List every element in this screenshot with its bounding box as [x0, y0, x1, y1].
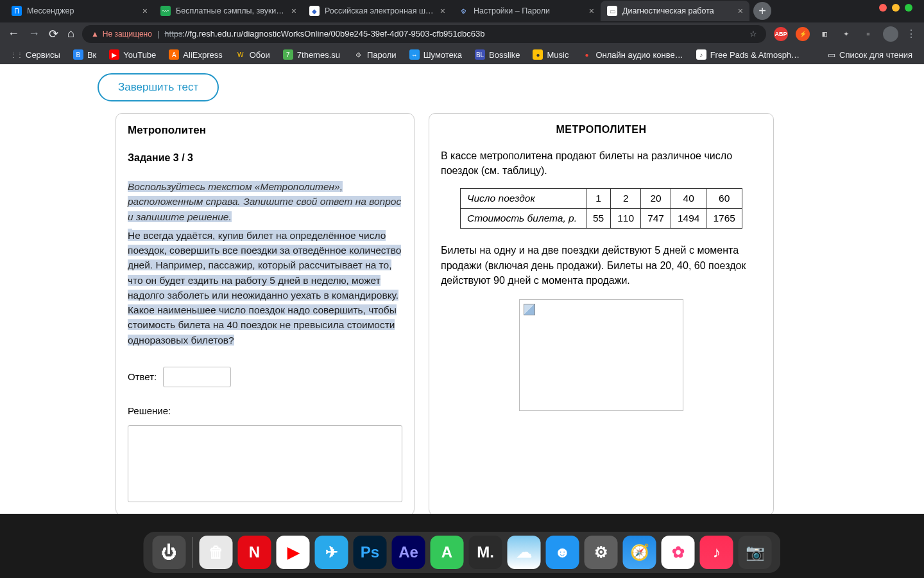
tab-close-icon[interactable]: ×: [440, 6, 445, 16]
dock-app-icon[interactable]: N: [238, 536, 271, 569]
dock-app-icon[interactable]: ✿: [662, 536, 695, 569]
dock-app-icon[interactable]: ☁: [508, 536, 541, 569]
extension-icon[interactable]: ✦: [839, 27, 853, 41]
bookmark-label: Free Pads & Atmosph…: [710, 50, 800, 60]
tab-close-icon[interactable]: ×: [142, 6, 148, 16]
bookmark-item[interactable]: 77themes.su: [278, 47, 345, 62]
browser-tab[interactable]: ▭Диагностическая работа×: [601, 1, 749, 21]
bookmark-favicon: 7: [283, 49, 293, 60]
dock-app-icon[interactable]: 📷: [739, 536, 772, 569]
home-button[interactable]: ⌂: [67, 27, 74, 40]
solution-textarea[interactable]: [128, 425, 402, 502]
dock-app-icon[interactable]: А: [431, 536, 464, 569]
bookmark-item[interactable]: AAliExpress: [164, 47, 227, 62]
traffic-max-icon[interactable]: [905, 4, 912, 12]
tab-favicon: П: [12, 6, 22, 16]
dock-app-icon[interactable]: M.: [469, 536, 502, 569]
dock-app-icon[interactable]: ♪: [700, 536, 733, 569]
bookmark-favicon: B: [73, 49, 83, 60]
bookmark-favicon: ▶: [109, 49, 119, 60]
dock-app-icon[interactable]: ⚙: [585, 536, 618, 569]
tab-favicon: ◆: [309, 6, 320, 16]
bookmark-favicon: ●: [533, 49, 543, 60]
dock-app-icon[interactable]: ⏻: [153, 536, 186, 569]
tab-favicon: ▭: [607, 6, 617, 16]
bookmark-item[interactable]: BLBosslike: [470, 47, 525, 62]
kebab-menu-icon[interactable]: ⋮: [906, 28, 916, 40]
dock-app-icon[interactable]: ☻: [546, 536, 579, 569]
bookmark-item[interactable]: WОбои: [230, 47, 275, 62]
browser-tab[interactable]: ⚙Настройки – Пароли×: [452, 1, 601, 21]
reference-title: МЕТРОПОЛИТЕН: [441, 124, 762, 136]
macos-dock: ⏻🗑N▶✈PsAeАM.☁☻⚙🧭✿♪📷: [144, 532, 781, 573]
reference-card: МЕТРОПОЛИТЕН В кассе метрополитена прода…: [429, 113, 774, 514]
traffic-close-icon[interactable]: [879, 4, 887, 12]
tab-close-icon[interactable]: ×: [738, 6, 743, 16]
bookmark-label: Пароли: [367, 50, 397, 60]
dock-app-icon[interactable]: 🧭: [623, 536, 656, 569]
tab-favicon: ⚙: [458, 6, 468, 16]
bookmark-item[interactable]: ⋮⋮Сервисы: [6, 47, 65, 62]
question-title: Метрополитен: [128, 124, 402, 137]
toolbar-right: ABP⚡◧✦≡ ⋮: [774, 26, 916, 42]
answer-input[interactable]: [163, 367, 231, 387]
extension-icon[interactable]: ABP: [774, 27, 788, 41]
bookmark-favicon: ⚙: [353, 49, 363, 60]
tab-title: Настройки – Пароли: [474, 6, 584, 15]
forward-button[interactable]: →: [28, 27, 40, 40]
bookmark-label: AliExpress: [183, 50, 222, 60]
bookmark-item[interactable]: ●Онлайн аудио конве…: [576, 47, 688, 62]
profile-avatar[interactable]: [883, 26, 898, 42]
back-button[interactable]: ←: [8, 27, 19, 40]
tab-title: Диагностическая работа: [622, 6, 733, 15]
reference-intro: В кассе метрополитена продают билеты на …: [441, 148, 762, 178]
bookmark-label: YouTube: [123, 50, 156, 60]
address-divider: |: [157, 29, 159, 39]
reading-list-icon: ▭: [828, 50, 835, 60]
finish-test-button[interactable]: Завершить тест: [98, 73, 219, 101]
address-field[interactable]: ▲ Не защищено | https://fg.resh.edu.ru/d…: [82, 25, 766, 43]
extension-icon[interactable]: ◧: [817, 27, 832, 41]
bookmark-label: Онлайн аудио конве…: [595, 50, 683, 60]
bookmark-favicon: W: [235, 49, 246, 60]
browser-tab[interactable]: ПМессенджер×: [5, 1, 154, 21]
instruction-text: Воспользуйтесь текстом «Метрополитен», р…: [128, 179, 402, 224]
bookmark-item[interactable]: ⚙Пароли: [348, 47, 402, 62]
reload-button[interactable]: ⟳: [49, 27, 58, 41]
dock-app-icon[interactable]: ▶: [277, 536, 310, 569]
new-tab-button[interactable]: +: [753, 2, 771, 20]
tab-close-icon[interactable]: ×: [291, 6, 296, 16]
bookmarks-bar: ⋮⋮СервисыBВк▶YouTubeAAliExpressWОбои77th…: [0, 45, 924, 64]
dock-app-icon[interactable]: Ps: [354, 536, 387, 569]
bookmark-label: Вк: [87, 50, 96, 60]
reading-list-button[interactable]: ▭ Список для чтения: [823, 48, 918, 62]
not-secure-text: Не защищено: [103, 30, 152, 39]
extension-icon[interactable]: ⚡: [796, 27, 810, 41]
reference-body: Билеты на одну и на две поездки действую…: [441, 243, 762, 288]
dock-app-icon[interactable]: 🗑: [200, 536, 233, 569]
answer-row: Ответ:: [128, 367, 402, 387]
bookmark-item[interactable]: ♪Free Pads & Atmosph…: [691, 47, 805, 62]
tab-title: Бесплатные сэмплы, звуки и лупы: [176, 6, 286, 15]
star-icon[interactable]: ☆: [749, 29, 757, 39]
bookmark-favicon: ♪: [696, 49, 706, 60]
extension-icon[interactable]: ≡: [861, 27, 875, 41]
bookmark-item[interactable]: ▶YouTube: [104, 47, 161, 62]
bookmark-label: Сервисы: [26, 50, 60, 60]
bookmark-item[interactable]: ●Music: [527, 47, 574, 62]
macos-traffic-lights: [879, 4, 912, 12]
traffic-min-icon[interactable]: [892, 4, 900, 12]
browser-tab[interactable]: ◆Российская электронная школа×: [303, 1, 452, 21]
bookmark-favicon: A: [169, 49, 179, 60]
tab-favicon: 〰: [160, 6, 171, 16]
bookmark-item[interactable]: BВк: [68, 47, 101, 62]
bookmark-favicon: BL: [475, 49, 485, 60]
tab-close-icon[interactable]: ×: [589, 6, 594, 16]
browser-tab[interactable]: 〰Бесплатные сэмплы, звуки и лупы×: [154, 1, 303, 21]
broken-image-placeholder: [519, 299, 683, 411]
dock-app-icon[interactable]: Ae: [392, 536, 425, 569]
bookmark-item[interactable]: ↔Шумотека: [404, 47, 467, 62]
not-secure-warning: ▲ Не защищено: [91, 30, 152, 39]
tabs-bar: ПМессенджер×〰Бесплатные сэмплы, звуки и …: [0, 0, 924, 22]
dock-app-icon[interactable]: ✈: [315, 536, 348, 569]
